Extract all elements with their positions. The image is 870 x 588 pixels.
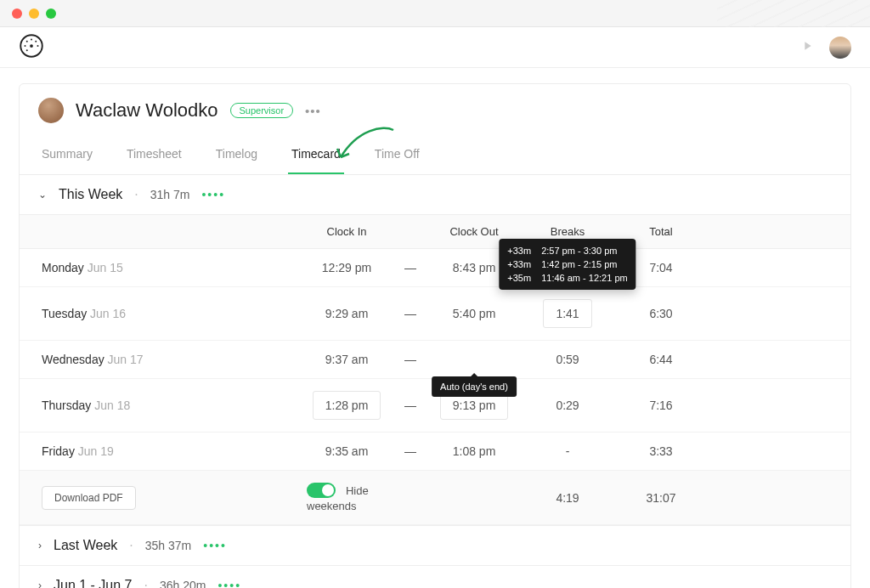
total-cell: 6:44 (614, 341, 708, 379)
table-row: Tuesday Jun 16 9:29 am — 5:40 pm 1:41 6:… (20, 287, 850, 341)
table-footer: Download PDF Hide weekends 4:19 31:07 (20, 471, 850, 525)
top-nav (0, 27, 870, 68)
timecard-table: Clock In Clock Out Breaks Total Monday J… (20, 214, 850, 525)
activity-indicator: •••• (203, 539, 227, 552)
week-title: Jun 1 - Jun 7 (54, 578, 133, 588)
week-total: 36h 20m (160, 579, 206, 588)
svg-point-7 (26, 40, 28, 42)
tab-bar: Summary Timesheet Timelog Timecard Time … (20, 135, 850, 175)
tab-timecard[interactable]: Timecard (288, 135, 344, 174)
clock-in-cell[interactable]: 9:29 am (300, 287, 393, 341)
svg-point-1 (30, 44, 33, 48)
window-decoration (717, 0, 870, 27)
this-week-section: ⌄ This Week · 31h 7m •••• Clock In Clock… (20, 175, 850, 525)
current-user-avatar[interactable] (829, 37, 851, 59)
breaks-cell[interactable]: 1:41 (521, 287, 614, 341)
week-title: This Week (59, 187, 122, 202)
chevron-right-icon[interactable]: › (38, 580, 42, 588)
tab-summary[interactable]: Summary (38, 135, 96, 174)
clock-out-cell[interactable]: Auto (day's end) (427, 341, 521, 379)
close-window[interactable] (12, 8, 22, 19)
maximize-window[interactable] (46, 8, 56, 19)
more-menu-icon[interactable]: ••• (305, 104, 321, 118)
grand-total: 31:07 (614, 471, 708, 525)
activity-indicator: •••• (218, 579, 241, 588)
timecard-panel: Waclaw Wolodko Supervisor ••• Summary Ti… (19, 83, 851, 588)
table-row: Friday Jun 19 9:35 am — 1:08 pm - 3:33 (20, 433, 850, 471)
last-week-section: › Last Week · 35h 37m •••• (20, 525, 850, 565)
week-3-section: › Jun 1 - Jun 7 · 36h 20m •••• (20, 565, 850, 588)
chevron-right-icon[interactable]: › (38, 540, 42, 551)
breaks-total: 4:19 (521, 471, 614, 525)
chevron-down-icon[interactable]: ⌄ (38, 189, 47, 201)
week-total: 35h 37m (145, 539, 191, 552)
total-cell: 7:16 (614, 379, 708, 433)
breaks-cell[interactable]: +33m2:57 pm - 3:30 pm +33m1:42 pm - 2:15… (521, 249, 614, 287)
clock-in-cell[interactable]: 12:29 pm (300, 249, 393, 287)
activity-indicator: •••• (201, 188, 225, 201)
clock-in-cell[interactable]: 9:37 am (300, 341, 393, 379)
total-cell: 6:30 (614, 287, 708, 341)
tab-timelog[interactable]: Timelog (212, 135, 261, 174)
tab-timeoff[interactable]: Time Off (371, 135, 423, 174)
table-row: Monday Jun 15 12:29 pm — 8:43 pm +33m2:5… (20, 249, 850, 287)
notification-icon[interactable] (800, 39, 814, 56)
week-total: 31h 7m (150, 188, 190, 201)
breaks-cell[interactable]: 0:59 (521, 341, 614, 379)
separator: · (134, 187, 138, 202)
svg-point-3 (35, 40, 37, 42)
clock-out-cell[interactable]: 1:08 pm (427, 433, 521, 471)
breaks-cell[interactable]: 0:29 (521, 379, 614, 433)
role-badge: Supervisor (230, 103, 294, 118)
table-row: Wednesday Jun 17 9:37 am — Auto (day's e… (20, 341, 850, 379)
breaks-cell[interactable]: - (521, 433, 614, 471)
clock-in-cell[interactable]: 1:28 pm (300, 379, 393, 433)
window-chrome (0, 0, 870, 27)
total-cell: 3:33 (614, 433, 708, 471)
svg-point-5 (26, 49, 28, 51)
hide-weekends-toggle[interactable] (307, 483, 336, 498)
tab-timesheet[interactable]: Timesheet (123, 135, 185, 174)
svg-point-6 (25, 45, 26, 47)
col-clock-in: Clock In (300, 215, 393, 249)
clock-in-cell[interactable]: 9:35 am (300, 433, 393, 471)
employee-avatar (38, 98, 64, 123)
breaks-popover: +33m2:57 pm - 3:30 pm +33m1:42 pm - 2:15… (499, 239, 636, 290)
download-pdf-button[interactable]: Download PDF (42, 486, 136, 510)
employee-name: Waclaw Wolodko (76, 99, 218, 122)
clock-out-cell[interactable]: 5:40 pm (427, 287, 521, 341)
svg-point-2 (31, 38, 32, 40)
svg-point-4 (37, 45, 39, 47)
week-title: Last Week (54, 538, 117, 553)
minimize-window[interactable] (29, 8, 39, 19)
auto-popover: Auto (day's end) (432, 376, 517, 397)
app-logo[interactable] (19, 33, 44, 62)
